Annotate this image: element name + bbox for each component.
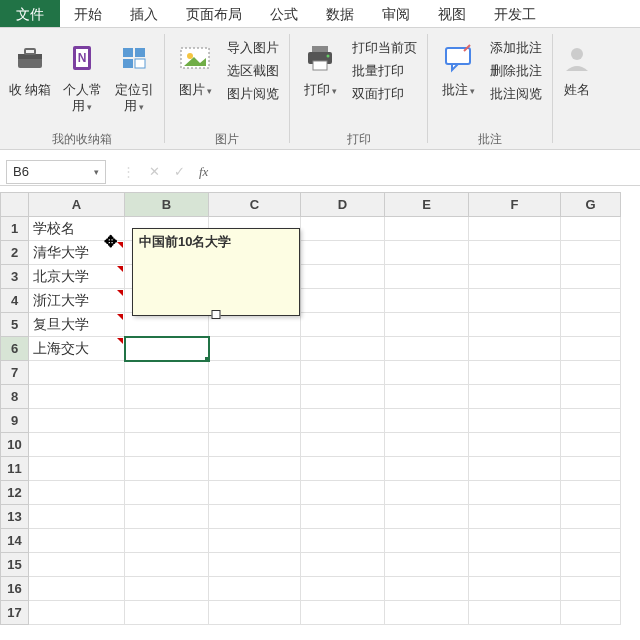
read-comment[interactable]: 批注阅览 <box>490 84 542 104</box>
cell-D11[interactable] <box>301 457 385 481</box>
inbox-button[interactable]: 收 纳箱 <box>4 34 56 98</box>
row-header-9[interactable]: 9 <box>1 409 29 433</box>
cell-G10[interactable] <box>561 433 621 457</box>
cell-A12[interactable] <box>29 481 125 505</box>
cell-D15[interactable] <box>301 553 385 577</box>
row-header-10[interactable]: 10 <box>1 433 29 457</box>
tab-dev[interactable]: 开发工 <box>480 0 550 27</box>
cell-G16[interactable] <box>561 577 621 601</box>
row-header-14[interactable]: 14 <box>1 529 29 553</box>
col-header-G[interactable]: G <box>561 193 621 217</box>
row-header-8[interactable]: 8 <box>1 385 29 409</box>
del-comment[interactable]: 删除批注 <box>490 61 542 81</box>
cell-D9[interactable] <box>301 409 385 433</box>
cell-F13[interactable] <box>469 505 561 529</box>
print-duplex[interactable]: 双面打印 <box>352 84 417 104</box>
cell-E15[interactable] <box>385 553 469 577</box>
cell-B15[interactable] <box>125 553 209 577</box>
cell-E10[interactable] <box>385 433 469 457</box>
cell-A3[interactable]: 北京大学 <box>29 265 125 289</box>
row-header-1[interactable]: 1 <box>1 217 29 241</box>
comment-button[interactable]: 批注▾ <box>432 34 484 99</box>
col-header-E[interactable]: E <box>385 193 469 217</box>
cell-C6[interactable] <box>209 337 301 361</box>
cell-A16[interactable] <box>29 577 125 601</box>
cell-G2[interactable] <box>561 241 621 265</box>
tab-data[interactable]: 数据 <box>312 0 368 27</box>
cell-A13[interactable] <box>29 505 125 529</box>
cell-B16[interactable] <box>125 577 209 601</box>
cell-G9[interactable] <box>561 409 621 433</box>
cell-A1[interactable]: 学校名 <box>29 217 125 241</box>
cell-C7[interactable] <box>209 361 301 385</box>
cell-C8[interactable] <box>209 385 301 409</box>
cell-A7[interactable] <box>29 361 125 385</box>
row-header-4[interactable]: 4 <box>1 289 29 313</box>
cell-G14[interactable] <box>561 529 621 553</box>
cell-C14[interactable] <box>209 529 301 553</box>
cell-E7[interactable] <box>385 361 469 385</box>
cell-C11[interactable] <box>209 457 301 481</box>
cell-D16[interactable] <box>301 577 385 601</box>
tab-view[interactable]: 视图 <box>424 0 480 27</box>
crop-picture[interactable]: 选区截图 <box>227 61 279 81</box>
row-header-13[interactable]: 13 <box>1 505 29 529</box>
browse-picture[interactable]: 图片阅览 <box>227 84 279 104</box>
cell-G6[interactable] <box>561 337 621 361</box>
col-header-D[interactable]: D <box>301 193 385 217</box>
cell-B13[interactable] <box>125 505 209 529</box>
col-header-A[interactable]: A <box>29 193 125 217</box>
cell-C16[interactable] <box>209 577 301 601</box>
cell-E13[interactable] <box>385 505 469 529</box>
cell-A8[interactable] <box>29 385 125 409</box>
cell-E2[interactable] <box>385 241 469 265</box>
cell-F2[interactable] <box>469 241 561 265</box>
add-comment[interactable]: 添加批注 <box>490 38 542 58</box>
cell-A9[interactable] <box>29 409 125 433</box>
cell-B10[interactable] <box>125 433 209 457</box>
cell-A15[interactable] <box>29 553 125 577</box>
cell-D12[interactable] <box>301 481 385 505</box>
cell-E6[interactable] <box>385 337 469 361</box>
cell-E9[interactable] <box>385 409 469 433</box>
cell-E5[interactable] <box>385 313 469 337</box>
row-header-16[interactable]: 16 <box>1 577 29 601</box>
cell-E11[interactable] <box>385 457 469 481</box>
cell-A6[interactable]: 上海交大 <box>29 337 125 361</box>
tab-file[interactable]: 文件 <box>0 0 60 27</box>
cell-E1[interactable] <box>385 217 469 241</box>
select-all-corner[interactable] <box>1 193 29 217</box>
cell-D3[interactable] <box>301 265 385 289</box>
cell-A5[interactable]: 复旦大学 <box>29 313 125 337</box>
cell-F11[interactable] <box>469 457 561 481</box>
import-picture[interactable]: 导入图片 <box>227 38 279 58</box>
cell-F17[interactable] <box>469 601 561 625</box>
cell-E12[interactable] <box>385 481 469 505</box>
cell-C12[interactable] <box>209 481 301 505</box>
cell-F8[interactable] <box>469 385 561 409</box>
cell-F10[interactable] <box>469 433 561 457</box>
cell-C15[interactable] <box>209 553 301 577</box>
col-header-F[interactable]: F <box>469 193 561 217</box>
cell-D1[interactable] <box>301 217 385 241</box>
cell-G17[interactable] <box>561 601 621 625</box>
cell-D14[interactable] <box>301 529 385 553</box>
cell-D10[interactable] <box>301 433 385 457</box>
cell-F16[interactable] <box>469 577 561 601</box>
tab-home[interactable]: 开始 <box>60 0 116 27</box>
cell-F6[interactable] <box>469 337 561 361</box>
picture-button[interactable]: 图片▾ <box>169 34 221 99</box>
cell-E8[interactable] <box>385 385 469 409</box>
cell-D8[interactable] <box>301 385 385 409</box>
tab-layout[interactable]: 页面布局 <box>172 0 256 27</box>
name-box[interactable]: B6 ▾ <box>6 160 106 184</box>
row-header-5[interactable]: 5 <box>1 313 29 337</box>
cell-G3[interactable] <box>561 265 621 289</box>
row-header-2[interactable]: 2 <box>1 241 29 265</box>
cell-C5[interactable] <box>209 313 301 337</box>
cell-A11[interactable] <box>29 457 125 481</box>
tab-insert[interactable]: 插入 <box>116 0 172 27</box>
col-header-C[interactable]: C <box>209 193 301 217</box>
cell-G12[interactable] <box>561 481 621 505</box>
print-batch[interactable]: 批量打印 <box>352 61 417 81</box>
